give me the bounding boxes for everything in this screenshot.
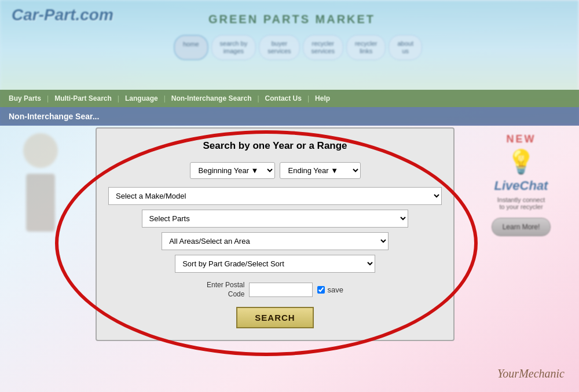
sort-row: Sort by Part Grade/Select Sort — [108, 255, 442, 273]
ending-year-select[interactable]: Ending Year ▼ — [280, 162, 361, 179]
nav-tab-home[interactable]: home — [174, 35, 208, 60]
lightbulb-icon: 💡 — [475, 148, 567, 175]
yourmechanic-watermark: YourMechanic — [497, 367, 565, 380]
search-button-row: SEARCH — [108, 307, 442, 328]
new-badge: NEW — [475, 133, 567, 145]
livechat-label: LiveChat — [475, 178, 567, 193]
nav-tab-images[interactable]: search byimages — [211, 35, 256, 60]
make-model-select[interactable]: Select a Make/Model — [108, 187, 442, 205]
top-nav-buy-parts[interactable]: Buy Parts — [9, 94, 41, 102]
livechat-sub: Instantly connectto your recycler — [475, 196, 567, 210]
top-nav-language[interactable]: Language — [125, 94, 158, 102]
learn-more-button[interactable]: Learn More! — [492, 218, 551, 236]
year-selects-row: Beginning Year ▼ Ending Year ▼ — [108, 162, 442, 179]
make-model-row: Select a Make/Model — [108, 187, 442, 205]
search-dialog: Search by one Year or a Range Beginning … — [96, 127, 455, 341]
parts-row: Select Parts — [108, 210, 442, 228]
postal-row: Enter PostalCode save — [108, 281, 442, 299]
sort-select[interactable]: Sort by Part Grade/Select Sort — [175, 255, 375, 273]
site-logo: Car-Part.com — [12, 6, 113, 24]
nav-tabs-background: home search byimages buyerservices recyc… — [174, 35, 422, 60]
nav-tab-recycler[interactable]: recyclerservices — [303, 35, 343, 60]
search-button[interactable]: SEARCH — [236, 307, 313, 328]
beginning-year-select[interactable]: Beginning Year ▼ — [190, 162, 275, 179]
dialog-title: Search by one Year or a Range — [108, 140, 442, 152]
top-nav-multi-part[interactable]: Multi-Part Search — [54, 94, 112, 102]
save-checkbox-wrapper: save — [317, 285, 343, 294]
non-interchange-label: Non-Interchange Sear... — [9, 112, 99, 121]
livechat-panel: NEW 💡 LiveChat Instantly connectto your … — [475, 133, 567, 236]
area-row: All Areas/Select an Area — [108, 232, 442, 250]
parts-select[interactable]: Select Parts — [142, 210, 409, 228]
nav-tab-buyer[interactable]: buyerservices — [259, 35, 299, 60]
nav-tab-about[interactable]: aboutus — [389, 35, 422, 60]
decorative-figure — [12, 133, 69, 249]
postal-code-label: Enter PostalCode — [207, 281, 244, 299]
top-nav-non-interchange[interactable]: Non-Interchange Search — [171, 94, 252, 102]
top-nav-contact[interactable]: Contact Us — [265, 94, 302, 102]
postal-code-input[interactable] — [249, 283, 313, 297]
top-nav-bar: Buy Parts | Multi-Part Search | Language… — [0, 90, 579, 107]
top-nav-help[interactable]: Help — [315, 94, 330, 102]
save-checkbox[interactable] — [317, 286, 325, 294]
site-tagline: GREEN PARTS MARKET — [208, 13, 375, 26]
area-select[interactable]: All Areas/Select an Area — [162, 232, 389, 250]
save-label: save — [327, 285, 343, 294]
nav-tab-links[interactable]: recyclerlinks — [346, 35, 386, 60]
non-interchange-bar: Non-Interchange Sear... — [0, 107, 579, 126]
site-logo-area: Car-Part.com — [12, 6, 113, 24]
